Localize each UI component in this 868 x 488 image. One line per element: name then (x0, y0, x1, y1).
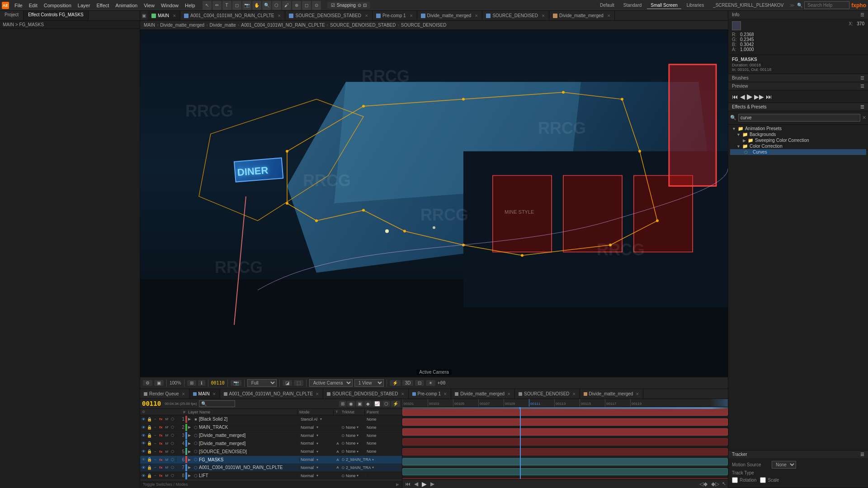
menu-composition[interactable]: Composition (41, 2, 74, 9)
comp-tab-close-a001[interactable]: ✕ (278, 14, 281, 18)
timeline-tab-render-queue[interactable]: Render Queue ✕ (140, 389, 189, 399)
viewer-grid-btn[interactable]: ⊞ (187, 380, 196, 386)
tl-step-fwd-btn[interactable]: ▶ (429, 481, 435, 487)
menu-animation[interactable]: Animation (113, 2, 140, 9)
snapping-bar[interactable]: ☑ Snapping ⊙ ⊡ (327, 2, 370, 9)
layer-7-3d[interactable]: ⬡ (170, 465, 175, 470)
tl-mask-btn[interactable]: ⬡ (382, 401, 390, 407)
tl-motion-btn[interactable]: ⚡ (391, 401, 400, 407)
layer-8-expand[interactable]: ▶ (188, 474, 193, 478)
layer-2-mb[interactable]: M (164, 425, 170, 430)
timeline-tab-divide2[interactable]: Divide_matte_merged ✕ (580, 389, 644, 399)
layer-3-tickmat-arrow[interactable]: ▾ (357, 433, 359, 437)
viewer-toggle-transparency-btn[interactable]: ◪ (283, 380, 292, 386)
snap-icon2[interactable]: ⊡ (363, 3, 367, 8)
layer-6-expand[interactable]: ▶ (188, 458, 193, 462)
timeline-tab-main[interactable]: MAIN ✕ (189, 389, 220, 399)
comp-tab-close-divide2[interactable]: ✕ (607, 14, 611, 18)
viewer-ram-preview-btn[interactable]: ▣ (154, 380, 164, 386)
snap-checkbox[interactable]: ☑ (331, 3, 335, 8)
comp-tab-divide[interactable]: Divide_matte_merged ✕ (417, 11, 483, 21)
layer-8-mb[interactable]: M (164, 473, 170, 479)
layer-4-shy[interactable]: ~ (152, 441, 158, 446)
breadcrumb-divide-matte[interactable]: Divide_matte_merged (160, 23, 204, 28)
layer-1-mode-arrow[interactable]: ▾ (318, 417, 324, 421)
comp-tab-precomp1[interactable]: Pre-comp 1 ✕ (373, 11, 417, 21)
layer-8-shy[interactable]: ~ (152, 473, 158, 479)
layer-2-eye[interactable]: 👁 (141, 425, 146, 430)
viewer-region-btn[interactable]: ⬚ (294, 380, 303, 386)
tl-play-btn[interactable]: ▶ (421, 480, 428, 488)
layer-row-2[interactable]: 👁 🔒 ~ fx M ⬡ 2 ▶ ⬡ MAIN_TRACK (140, 423, 402, 432)
menu-effect[interactable]: Effect (94, 2, 112, 9)
timeline-tab-source-denoised[interactable]: SOURCE_DENOISED ✕ (515, 389, 580, 399)
timeline-tab-a001[interactable]: A001_C004_0101WI_NO_RAIN_CLPLTE ✕ (220, 389, 323, 399)
tool-select[interactable]: ↖ (203, 1, 212, 10)
layer-5-eye[interactable]: 👁 (141, 449, 146, 454)
timeline-source-stabed-close[interactable]: ✕ (401, 392, 405, 396)
color-swatch[interactable] (732, 21, 741, 30)
tab-effect-controls[interactable]: Effect Controls FG_MASKS (24, 11, 89, 20)
tl-graph-btn[interactable]: 📈 (373, 401, 382, 407)
layer-2-shy[interactable]: ~ (152, 425, 158, 430)
tl-render-btn[interactable]: ▣ (356, 401, 363, 407)
effects-curves[interactable]: ⬡ Curves (730, 149, 866, 155)
workspace-small-screen[interactable]: Small Screen (647, 2, 681, 9)
timeline-tab-precomp1[interactable]: Pre-comp 1 ✕ (409, 389, 452, 399)
layer-4-mb[interactable]: M (164, 441, 170, 446)
preview-next-frame[interactable]: ▶▶ (754, 93, 764, 100)
tracker-scale-checkbox[interactable] (760, 477, 766, 483)
layer-7-shy[interactable]: ~ (152, 465, 158, 470)
search-help-input[interactable] (804, 1, 849, 9)
menu-help[interactable]: Help (182, 2, 198, 9)
tool-mask[interactable]: ⬡ (272, 1, 281, 10)
comp-tab-close-main[interactable]: ✕ (173, 14, 176, 18)
menu-view[interactable]: View (141, 2, 157, 9)
layer-7-tickmat-arrow[interactable]: ▾ (372, 465, 374, 469)
layer-8-mode-arrow[interactable]: ▾ (315, 474, 320, 478)
menu-edit[interactable]: Edit (26, 2, 40, 9)
comp-tab-close-divide[interactable]: ✕ (475, 14, 478, 18)
layer-3-lock[interactable]: 🔒 (147, 433, 152, 438)
effects-close-search[interactable]: ✕ (862, 115, 866, 121)
comp-tab-source-stabed[interactable]: SOURCE_DENOISED_STABED ✕ (285, 11, 372, 21)
bottom-layer-icon[interactable]: ▶ (396, 482, 399, 487)
workspace-default[interactable]: Default (596, 2, 618, 9)
layer-1-3d[interactable]: ⬡ (170, 417, 175, 422)
tool-paint[interactable]: 🖌 (282, 1, 291, 10)
preview-go-end[interactable]: ⏭ (766, 93, 772, 100)
breadcrumb-source-stabed[interactable]: SOURCE_DENOISED_STABED (330, 23, 396, 28)
layer-row-8[interactable]: 👁 🔒 ~ fx M ⬡ 8 ▶ ⬡ LIFT Nor (140, 472, 402, 480)
layer-2-mode-arrow[interactable]: ▾ (315, 425, 320, 429)
layer-8-eye[interactable]: 👁 (141, 473, 146, 479)
tracker-rotation-checkbox[interactable] (732, 477, 738, 483)
workspace-kirill[interactable]: _SCREENS_KIRILL_PLESHAKOV (709, 2, 787, 9)
timeline-tab-source-stabed[interactable]: SOURCE_DENOISED_STABED ✕ (323, 389, 408, 399)
viewer-info-btn[interactable]: ℹ (198, 380, 205, 386)
menu-file[interactable]: File (12, 2, 25, 9)
viewer-preview-btn[interactable]: ⚙ (143, 380, 152, 386)
timeline-precomp1-close[interactable]: ✕ (443, 392, 447, 396)
layer-6-eye[interactable]: 👁 (141, 457, 146, 462)
layer-2-tickmat-arrow[interactable]: ▾ (357, 425, 359, 429)
breadcrumb-source-denoised[interactable]: SOURCE_DENOISED (401, 23, 447, 28)
tracker-menu-icon[interactable]: ☰ (860, 452, 864, 457)
layer-2-3d[interactable]: ⬡ (170, 425, 175, 430)
tl-keyframe-nav-left[interactable]: ◁◆ (698, 481, 708, 487)
layer-row-5[interactable]: 👁 🔒 ~ fx M ⬡ 5 ▶ ⬡ [SOURCE_DENOISED] (140, 448, 402, 456)
timeline-search-input[interactable] (199, 400, 235, 407)
info-panel-header[interactable]: Info ☰ (728, 11, 868, 19)
tracker-header[interactable]: Tracker ☰ (728, 450, 868, 458)
timeline-divide-close[interactable]: ✕ (507, 392, 511, 396)
comp-tab-divide2[interactable]: Divide_matte_merged ✕ (549, 11, 615, 21)
layer-5-mode-arrow[interactable]: ▾ (315, 450, 320, 454)
tool-camera[interactable]: 📷 (242, 1, 251, 10)
layer-row-4[interactable]: 👁 🔒 ~ fx M ⬡ 4 ▶ ⬡ [Divide_matte_merged] (140, 440, 402, 448)
timeline-source-denoised-close[interactable]: ✕ (572, 392, 576, 396)
preview-go-start[interactable]: ⏮ (732, 93, 738, 100)
toggle-switches-label[interactable]: Toggle Switches / Modes (143, 482, 188, 487)
workspace-libraries[interactable]: Libraries (683, 2, 708, 9)
layer-2-lock[interactable]: 🔒 (147, 425, 152, 430)
layer-3-fx[interactable]: fx (158, 433, 164, 438)
menu-layer[interactable]: Layer (75, 2, 93, 9)
